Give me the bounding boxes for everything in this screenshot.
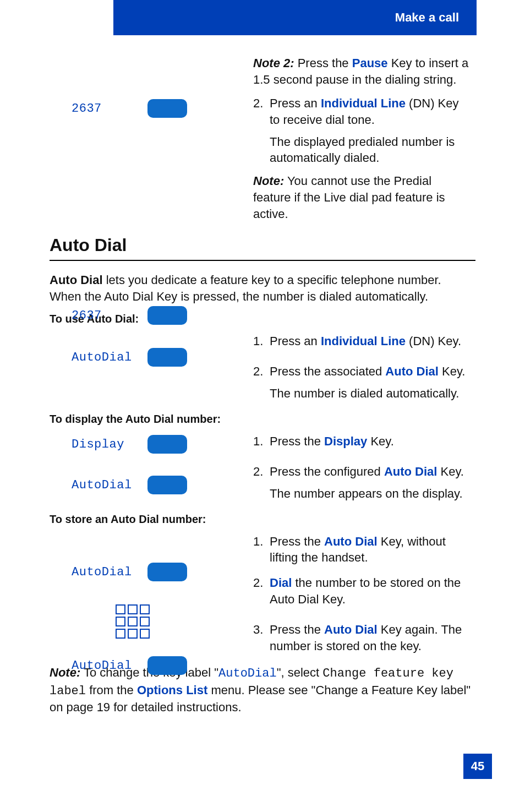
display-s2-sub: The number appears on the display. bbox=[270, 486, 470, 502]
footnote-p2: ", select bbox=[277, 666, 323, 679]
store-row1: AutoDial bbox=[72, 563, 187, 581]
header-bar: Make a call bbox=[113, 0, 477, 35]
content-area: Note 2: Press the Pause Key to insert a … bbox=[50, 0, 475, 716]
display-s2-num: 2. bbox=[253, 464, 270, 480]
autodial-intro-bold: Auto Dial bbox=[50, 273, 103, 287]
predial-s2a-key: Individual Line bbox=[321, 96, 406, 110]
display-row1-label: Display bbox=[72, 438, 138, 451]
note-2-block: Note 2: Press the Pause Key to insert a … bbox=[253, 55, 475, 88]
store-s1-key: Auto Dial bbox=[324, 535, 378, 548]
feature-key-icon bbox=[147, 476, 187, 494]
predial-note: Note: You cannot use the Predial feature… bbox=[253, 173, 475, 222]
predial-line-key-label: 2637 bbox=[72, 102, 138, 116]
predial-s2a-before: Press an bbox=[270, 96, 321, 110]
use-row1-label: 2637 bbox=[72, 309, 138, 323]
display-s2-before: Press the configured bbox=[270, 465, 384, 478]
autodial-intro: Auto Dial lets you dedicate a feature ke… bbox=[50, 272, 475, 304]
note2-key: Pause bbox=[352, 56, 388, 70]
use-s1-after: (DN) Key. bbox=[406, 334, 461, 348]
predial-note-label: Note: bbox=[253, 174, 284, 188]
line-key-icon bbox=[147, 99, 187, 118]
predial-s2b: The displayed predialed number is automa… bbox=[270, 134, 470, 166]
display-row2-label: AutoDial bbox=[72, 478, 138, 492]
display-row2: AutoDial bbox=[72, 476, 187, 494]
store-s1-num: 1. bbox=[253, 533, 270, 550]
header-title: Make a call bbox=[395, 10, 459, 25]
display-subheading: To display the Auto Dial number: bbox=[50, 413, 475, 426]
predial-s2-num: 2. bbox=[253, 95, 270, 112]
heading-rule bbox=[50, 260, 475, 261]
feature-key-icon bbox=[147, 563, 187, 581]
display-s1-key: Display bbox=[324, 434, 367, 448]
use-steps: 1. Press an Individual Line (DN) Key. 2.… bbox=[253, 333, 475, 402]
display-s1-num: 1. bbox=[253, 433, 270, 450]
store-subheading: To store an Auto Dial number: bbox=[50, 513, 475, 526]
store-s3-num: 3. bbox=[253, 622, 270, 638]
autodial-intro-rest: lets you dedicate a feature key to a spe… bbox=[50, 273, 441, 303]
store-row3-label: AutoDial bbox=[72, 659, 138, 673]
page: Make a call Note 2: Press the Pause Key … bbox=[0, 0, 525, 812]
store-s3-before: Press the bbox=[270, 623, 324, 636]
store-s2-num: 2. bbox=[253, 575, 270, 591]
store-row1-label: AutoDial bbox=[72, 565, 138, 579]
note2-before: Press the bbox=[294, 56, 352, 70]
use-row1: 2637 bbox=[72, 306, 187, 325]
use-s2-before: Press the associated bbox=[270, 364, 385, 378]
display-s1-after: Key. bbox=[367, 434, 394, 448]
feature-key-icon bbox=[147, 348, 187, 367]
use-s2-num: 2. bbox=[253, 363, 270, 380]
autodial-heading: Auto Dial bbox=[50, 235, 475, 255]
note2-label: Note 2: bbox=[253, 56, 294, 70]
use-s1-key: Individual Line bbox=[321, 334, 406, 348]
footnote-mono1: AutoDial bbox=[218, 667, 277, 680]
display-row1: Display bbox=[72, 435, 187, 454]
store-s2-key: Dial bbox=[270, 576, 292, 590]
use-s2-sub: The number is dialed automatically. bbox=[270, 385, 470, 402]
dialpad-icon bbox=[116, 604, 150, 641]
page-number: 45 bbox=[463, 754, 492, 779]
display-s2-key: Auto Dial bbox=[384, 465, 438, 478]
store-row3: AutoDial bbox=[72, 656, 187, 675]
store-s2-after: the number to be stored on the Auto Dial… bbox=[270, 576, 461, 606]
line-key-icon bbox=[147, 306, 187, 325]
footnote-key: Options List bbox=[137, 683, 207, 697]
feature-key-icon bbox=[147, 435, 187, 454]
display-steps: 1. Press the Display Key. 2. Press the c… bbox=[253, 433, 475, 502]
use-s2-key: Auto Dial bbox=[385, 364, 439, 378]
footnote-p3: from the bbox=[86, 683, 137, 697]
predial-step2: 2. Press an Individual Line (DN) Key to … bbox=[253, 95, 475, 222]
display-s2-after: Key. bbox=[437, 465, 464, 478]
display-s1-before: Press the bbox=[270, 434, 324, 448]
use-s1-num: 1. bbox=[253, 333, 270, 350]
predial-line-key-row: 2637 bbox=[72, 99, 187, 118]
use-row2-label: AutoDial bbox=[72, 351, 138, 364]
use-s2-after: Key. bbox=[439, 364, 466, 378]
feature-key-icon bbox=[147, 656, 187, 675]
use-s1-before: Press an bbox=[270, 334, 321, 348]
use-row2: AutoDial bbox=[72, 348, 187, 367]
store-s1-before: Press the bbox=[270, 535, 324, 548]
store-s3-key: Auto Dial bbox=[324, 623, 378, 636]
store-steps: 1. Press the Auto Dial Key, without lift… bbox=[253, 533, 475, 655]
